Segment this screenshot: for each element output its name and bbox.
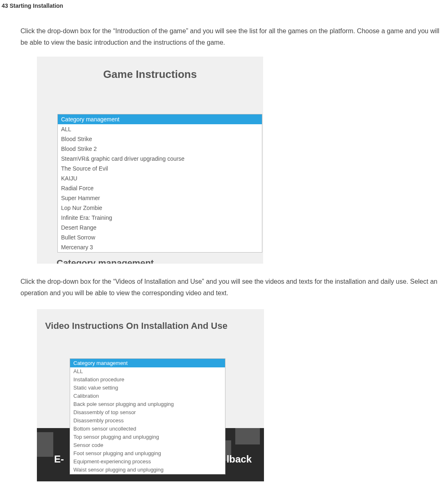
dropdown-option[interactable]: Foot sensor plugging and unplugging: [70, 449, 225, 458]
dropdown-option[interactable]: ALL: [70, 367, 225, 376]
paragraph-1: Click the drop-down box for the “Introdu…: [20, 25, 447, 48]
cut-off-text: Category management: [57, 258, 253, 264]
video-category-dropdown[interactable]: Category management ALL Installation pro…: [70, 358, 225, 474]
page-header: 43 Starting Installation: [0, 0, 448, 9]
dropdown-option[interactable]: Calibration: [70, 392, 225, 400]
video-instructions-screenshot: Video Instructions On Installation And U…: [37, 309, 264, 481]
dropdown-option[interactable]: Installation procedure: [70, 376, 225, 384]
dropdown-option[interactable]: Blood Strike 2: [58, 144, 262, 154]
dropdown-option[interactable]: Top sensor plugging and unplugging: [70, 433, 225, 441]
video-instructions-title: Video Instructions On Installation And U…: [37, 309, 264, 331]
dropdown-option[interactable]: ALL: [58, 124, 262, 134]
dropdown-option[interactable]: The Source of Evil: [58, 164, 262, 173]
dropdown-option[interactable]: Bottom sensor uncollected: [70, 425, 225, 433]
game-instructions-title: Game Instructions: [37, 57, 263, 81]
dropdown-option[interactable]: Mercenary 3: [58, 242, 262, 252]
dropdown-option[interactable]: Lop Nur Zombie: [58, 203, 262, 213]
content-area: Click the drop-down box for the “Introdu…: [0, 9, 447, 481]
dropdown-option[interactable]: Sensor code: [70, 441, 225, 449]
dropdown-option[interactable]: Equipment-experiencing process: [70, 458, 225, 466]
dropdown-selected-option[interactable]: Category management: [58, 114, 262, 124]
dropdown-option[interactable]: SteamVR& graphic card driver upgrading c…: [58, 154, 262, 164]
background-text-right: lback: [227, 453, 252, 465]
dropdown-option[interactable]: Super Hammer: [58, 193, 262, 203]
dropdown-option[interactable]: Bullet Sorrow: [58, 232, 262, 242]
game-instructions-screenshot: Game Instructions Category management AL…: [37, 57, 263, 264]
dropdown-option[interactable]: Blood Strike: [58, 134, 262, 144]
dropdown-option[interactable]: Radial Force: [58, 183, 262, 193]
dropdown-option[interactable]: Waist sensor plugging and unplugging: [70, 466, 225, 474]
dropdown-option[interactable]: Static value setting: [70, 384, 225, 392]
dropdown-option[interactable]: Back pole sensor plugging and unplugging: [70, 400, 225, 408]
paragraph-2: Click the drop-down box for the “Videos …: [20, 276, 447, 299]
dropdown-option[interactable]: Desert Range: [58, 223, 262, 232]
background-text-left: E-: [54, 453, 64, 465]
dropdown-option[interactable]: Disassembly of top sensor: [70, 408, 225, 417]
dropdown-option[interactable]: KAIJU: [58, 173, 262, 183]
dropdown-option[interactable]: Disassembly process: [70, 417, 225, 425]
game-category-dropdown[interactable]: Category management ALL Blood Strike Blo…: [57, 114, 262, 253]
dropdown-selected-option[interactable]: Category management: [70, 359, 225, 367]
dropdown-option[interactable]: Infinite Era: Training: [58, 213, 262, 223]
